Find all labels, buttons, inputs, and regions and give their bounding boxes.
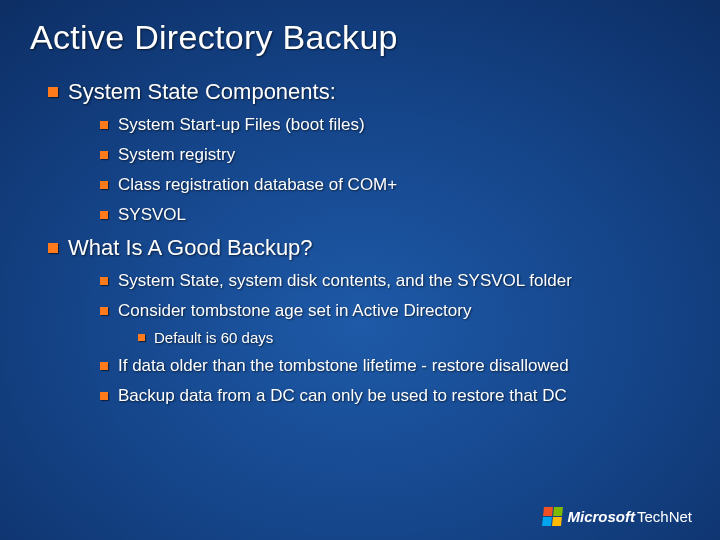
bullet-icon <box>100 211 108 219</box>
brand-name: Microsoft <box>567 508 635 525</box>
item-text: Backup data from a DC can only be used t… <box>118 386 567 406</box>
bullet-icon <box>138 334 145 341</box>
item-text: System Start-up Files (boot files) <box>118 115 365 135</box>
bullet-icon <box>48 243 58 253</box>
bullet-icon <box>100 392 108 400</box>
list-item: If data older than the tombstone lifetim… <box>100 356 690 376</box>
bullet-icon <box>100 277 108 285</box>
item-text: If data older than the tombstone lifetim… <box>118 356 569 376</box>
bullet-icon <box>100 121 108 129</box>
footer-logo: MicrosoftTechNet <box>543 507 692 526</box>
item-text: Consider tombstone age set in Active Dir… <box>118 301 471 321</box>
item-text: Class registration database of COM+ <box>118 175 397 195</box>
list-item: Class registration database of COM+ <box>100 175 690 195</box>
bullet-icon <box>100 181 108 189</box>
slide-title: Active Directory Backup <box>30 18 690 57</box>
bullet-list-level1: System State Components: System Start-up… <box>30 79 690 406</box>
list-item: Backup data from a DC can only be used t… <box>100 386 690 406</box>
item-text: Default is 60 days <box>154 329 273 346</box>
section-heading: What Is A Good Backup? <box>68 235 313 261</box>
brand-sub: TechNet <box>637 508 692 525</box>
bullet-list-level2: System Start-up Files (boot files) Syste… <box>48 115 690 225</box>
slide: Active Directory Backup System State Com… <box>0 0 720 540</box>
list-item: System Start-up Files (boot files) <box>100 115 690 135</box>
bullet-icon <box>100 362 108 370</box>
section-heading: System State Components: <box>68 79 336 105</box>
bullet-icon <box>48 87 58 97</box>
item-text: System State, system disk contents, and … <box>118 271 572 291</box>
section-2: What Is A Good Backup? System State, sys… <box>48 235 690 406</box>
section-1: System State Components: System Start-up… <box>48 79 690 225</box>
list-item: System State, system disk contents, and … <box>100 271 690 291</box>
list-item: Default is 60 days <box>138 329 690 346</box>
microsoft-flag-icon <box>542 507 563 526</box>
item-text: SYSVOL <box>118 205 186 225</box>
footer-brand-text: MicrosoftTechNet <box>567 508 692 525</box>
list-item: SYSVOL <box>100 205 690 225</box>
list-item: Consider tombstone age set in Active Dir… <box>100 301 690 346</box>
item-text: System registry <box>118 145 235 165</box>
list-item: System registry <box>100 145 690 165</box>
bullet-list-level3: Default is 60 days <box>100 329 690 346</box>
bullet-icon <box>100 151 108 159</box>
bullet-icon <box>100 307 108 315</box>
bullet-list-level2: System State, system disk contents, and … <box>48 271 690 406</box>
